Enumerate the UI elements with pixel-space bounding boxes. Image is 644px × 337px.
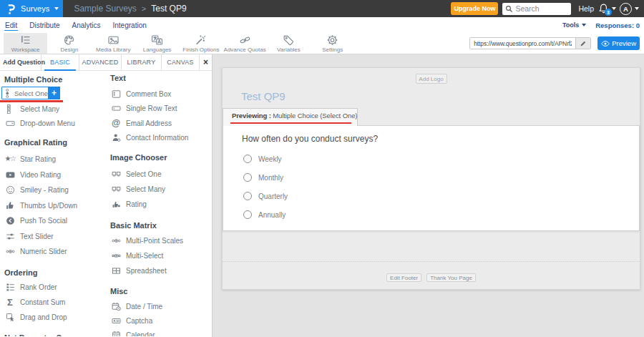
radio-button-weekly[interactable] (243, 155, 252, 163)
menu-item-integration[interactable]: Integration (112, 20, 147, 30)
question-type-captcha[interactable]: Captcha (110, 315, 152, 326)
toolbar-label: Media Library (96, 47, 130, 53)
radio-button-monthly[interactable] (243, 173, 252, 182)
option-label: Quarterly (258, 192, 288, 200)
edit-footer-button[interactable]: Edit Footer (386, 273, 421, 282)
toolbar-design[interactable]: Design (47, 33, 91, 54)
image-select-many-icon (110, 185, 122, 194)
survey-toolbar: WorkspaceDesignMedia LibraryLanguagesFin… (0, 33, 644, 54)
question-type-date-time[interactable]: Date / Time (110, 301, 162, 312)
question-type-select-one[interactable]: Select One (110, 168, 161, 180)
advance-quotas-icon (239, 34, 251, 46)
section-header-text: Text (110, 74, 126, 82)
question-type-contact-information[interactable]: Contact Information (110, 132, 188, 143)
menu-item-analytics[interactable]: Analytics (71, 20, 101, 30)
question-type-label: Date / Time (126, 303, 162, 311)
breadcrumb: Sample Surveys > Test QP9 (74, 4, 186, 14)
media-library-icon (107, 34, 119, 46)
radio-button-annually[interactable] (243, 210, 252, 219)
avatar[interactable]: A (620, 3, 632, 15)
toolbar-finish-options[interactable]: Finish Options (179, 33, 223, 54)
toolbar-advance-quotas[interactable]: Advance Quotas (223, 33, 266, 54)
breadcrumb-parent[interactable]: Sample Surveys (74, 4, 136, 14)
question-type-star-rating[interactable]: ★☆Star Rating (4, 153, 56, 165)
question-type-push-to-social[interactable]: Push To Social (4, 215, 67, 226)
previewing-tab: Previewing : Multiple Choice (Select One… (223, 108, 358, 126)
datetime-icon (110, 302, 122, 311)
question-type-select-many[interactable]: Select Many (4, 103, 59, 114)
tools-menu[interactable]: Tools (562, 21, 586, 29)
question-type-label: Drag and Drop (20, 313, 67, 321)
tab-basic[interactable]: BASIC (41, 54, 79, 70)
question-type-smiley-rating[interactable]: Smiley - Rating (4, 184, 69, 195)
help-link[interactable]: Help (578, 4, 594, 13)
notifications-caret-icon[interactable] (612, 7, 616, 10)
question-type-drop-down-menu[interactable]: Drop-down Menu (4, 117, 75, 129)
account-caret-icon[interactable] (635, 7, 639, 10)
edit-url-button[interactable] (575, 38, 590, 49)
search-input[interactable] (515, 4, 568, 13)
question-type-rank-order[interactable]: Rank Order (4, 281, 57, 293)
captcha-icon (110, 316, 122, 326)
toolbar-label: Variables (277, 47, 301, 53)
question-type-single-row-text[interactable]: Single Row Text (110, 102, 177, 114)
upgrade-now-button[interactable]: Upgrade Now (451, 2, 498, 15)
question-type-spreadsheet[interactable]: Spreadsheet (110, 265, 167, 276)
app-window: Surveys Sample Surveys > Test QP9 Upgrad… (0, 0, 644, 337)
survey-stage: Add Logo Test QP9 Previewing : Multiple … (213, 54, 644, 337)
question-type-label: Multi-Point Scales (126, 237, 183, 245)
question-text[interactable]: How often do you conduct surveys? (242, 134, 378, 144)
question-type-multi-select[interactable]: Multi-Select (110, 250, 163, 261)
survey-preview-panel: Add Logo Test QP9 Previewing : Multiple … (222, 67, 640, 290)
image-rating-icon (110, 200, 122, 209)
add-logo-button[interactable]: Add Logo (415, 74, 447, 84)
survey-url-input[interactable] (470, 38, 575, 49)
question-type-calendar[interactable]: Calendar (110, 329, 155, 336)
close-panel-button[interactable]: × (199, 54, 212, 70)
question-type-label: Contact Information (126, 134, 188, 142)
question-type-numeric-slider[interactable]: Numeric Slider (4, 245, 67, 257)
product-switcher[interactable]: Surveys (0, 0, 63, 17)
variables-icon (283, 34, 295, 46)
toolbar-workspace[interactable]: Workspace (4, 33, 47, 54)
question-type-video-rating[interactable]: Video Rating (4, 169, 61, 180)
question-type-select-many[interactable]: Select Many (110, 183, 165, 195)
menu-item-distribute[interactable]: Distribute (29, 20, 60, 30)
toolbar-settings[interactable]: Settings (311, 33, 354, 54)
toolbar-variables[interactable]: Variables (267, 33, 311, 54)
radio-button-quarterly[interactable] (243, 192, 252, 200)
toolbar-languages[interactable]: Languages (135, 33, 179, 54)
question-type-select-one[interactable]: Select One + (1, 87, 59, 99)
question-type-constant-sum[interactable]: ΣConstant Sum (4, 296, 65, 308)
toolbar-media-library[interactable]: Media Library (92, 33, 135, 54)
question-type-comment-box[interactable]: Comment Box (110, 88, 171, 99)
question-type-label: Select Many (20, 105, 59, 113)
panel-title: Add Question (0, 54, 41, 70)
add-question-panel: Add Question BASICADVANCEDLIBRARYCANVAS … (0, 54, 213, 337)
survey-title[interactable]: Test QP9 (241, 90, 286, 102)
footer-buttons: Edit FooterThank You Page (223, 273, 640, 282)
thank-you-page-button[interactable]: Thank You Page (426, 273, 476, 282)
questionpro-logo-icon (6, 3, 16, 15)
breadcrumb-separator: > (142, 4, 146, 13)
responses-count[interactable]: Responses: 0 (595, 21, 640, 29)
answer-option-weekly: Weekly (243, 154, 282, 164)
menu-item-edit[interactable]: Edit (4, 20, 18, 31)
previewing-question-type: Multiple Choice (Select One) (271, 112, 358, 119)
question-type-drag-and-drop[interactable]: Drag and Drop (4, 311, 67, 323)
add-select-one-button[interactable]: + (48, 87, 60, 99)
tab-library[interactable]: LIBRARY (121, 54, 161, 70)
drag-drop-icon (4, 313, 16, 322)
preview-button[interactable]: Preview (597, 36, 640, 50)
tab-canvas[interactable]: CANVAS (161, 54, 199, 70)
question-type-rating[interactable]: Rating (110, 198, 147, 210)
question-type-thumbs-up-down[interactable]: Thumbs Up/Down (4, 200, 77, 211)
notifications-bell-icon[interactable]: 3 (598, 3, 609, 14)
question-type-multi-point-scales[interactable]: Multi-Point Scales (110, 235, 183, 246)
tab-advanced[interactable]: ADVANCED (79, 54, 121, 70)
star-rating-icon: ★☆ (4, 155, 16, 162)
question-type-label: Numeric Slider (20, 248, 67, 255)
comment-box-icon (110, 89, 122, 99)
question-type-email-address[interactable]: @Email Address (110, 117, 172, 129)
question-type-text-slider[interactable]: Text Slider (4, 230, 54, 242)
